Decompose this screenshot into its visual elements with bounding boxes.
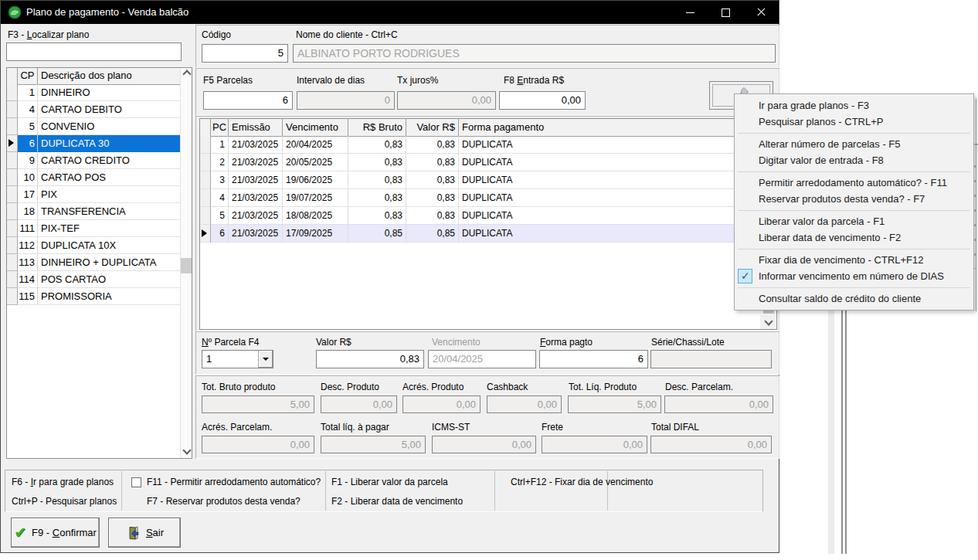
installment-row[interactable]: 4 21/03/2025 19/07/2025 0,83 0,83 DUPLIC… bbox=[200, 189, 759, 207]
bruto-cell[interactable]: 0,83 bbox=[348, 207, 406, 225]
context-menu-item[interactable]: Pesquisar planos - CTRL+P bbox=[735, 114, 973, 130]
plan-code-cell[interactable]: 10 bbox=[18, 169, 38, 186]
pc-cell[interactable]: 5 bbox=[211, 207, 229, 225]
bruto-cell[interactable]: 0,83 bbox=[348, 154, 406, 171]
pc-cell[interactable]: 2 bbox=[211, 154, 229, 171]
plan-code-cell[interactable]: 4 bbox=[18, 101, 38, 118]
column-header-vencimento[interactable]: Vencimento bbox=[283, 119, 348, 136]
plan-row[interactable]: 4 CARTAO DEBITO bbox=[7, 101, 180, 118]
scroll-down-button[interactable] bbox=[760, 315, 776, 329]
context-menu-item[interactable]: Liberar data de vencimento - F2 bbox=[735, 229, 973, 246]
valor-cell[interactable]: 0,83 bbox=[406, 171, 459, 189]
emissao-cell[interactable]: 21/03/2025 bbox=[229, 136, 283, 154]
bruto-cell[interactable]: 0,83 bbox=[348, 189, 406, 207]
plan-row[interactable]: 114 POS CARTAO bbox=[7, 271, 180, 288]
valor-cell[interactable]: 0,83 bbox=[406, 189, 459, 207]
plan-desc-cell[interactable]: DUPLICATA 30 bbox=[38, 135, 180, 152]
vencimento-cell[interactable]: 20/05/2025 bbox=[283, 154, 348, 171]
entrada-field[interactable]: 0,00 bbox=[499, 91, 586, 110]
plan-row[interactable]: 112 DUPLICATA 10X bbox=[7, 237, 180, 254]
confirm-button[interactable]: ✔ F9 - Confirmar bbox=[11, 518, 100, 548]
emissao-cell[interactable]: 21/03/2025 bbox=[229, 225, 283, 243]
plan-code-cell[interactable]: 9 bbox=[18, 152, 38, 169]
parcela-combobox[interactable]: 1 bbox=[202, 350, 273, 368]
context-menu-item[interactable]: Consultar saldo de crédito do cliente bbox=[735, 290, 973, 307]
valor-cell[interactable]: 0,83 bbox=[406, 154, 459, 171]
column-header-emissao[interactable]: Emissão bbox=[229, 119, 283, 136]
forma-cell[interactable]: DUPLICATA bbox=[459, 171, 759, 189]
close-button[interactable] bbox=[744, 1, 779, 24]
plan-desc-cell[interactable]: PROMISSORIA bbox=[38, 288, 180, 305]
installment-row[interactable]: 3 21/03/2025 19/06/2025 0,83 0,83 DUPLIC… bbox=[200, 171, 759, 189]
plan-row[interactable]: 9 CARTAO CREDITO bbox=[7, 152, 180, 169]
plan-desc-cell[interactable]: CARTAO POS bbox=[38, 169, 180, 186]
pc-cell[interactable]: 1 bbox=[211, 136, 229, 154]
forma-cell[interactable]: DUPLICATA bbox=[459, 136, 759, 154]
plan-code-cell[interactable]: 6 bbox=[18, 135, 38, 152]
plan-row[interactable]: 18 TRANSFERENCIA bbox=[7, 203, 180, 220]
context-menu-item[interactable]: Informar vencimento em número de DIAS bbox=[735, 268, 973, 284]
parcela-valor-field[interactable]: 0,83 bbox=[316, 350, 424, 368]
codigo-field[interactable]: 5 bbox=[202, 44, 288, 63]
plan-code-cell[interactable]: 115 bbox=[18, 288, 38, 305]
context-menu-item[interactable]: Permitir arredodamento automático? - F11 bbox=[735, 175, 973, 191]
installment-row[interactable]: 5 21/03/2025 18/08/2025 0,83 0,83 DUPLIC… bbox=[200, 207, 759, 225]
plan-code-cell[interactable]: 112 bbox=[18, 237, 38, 254]
installment-row[interactable]: 1 21/03/2025 20/04/2025 0,83 0,83 DUPLIC… bbox=[200, 136, 759, 154]
column-header-descricao[interactable]: Descrição dos plano bbox=[38, 68, 180, 84]
plan-code-cell[interactable]: 5 bbox=[18, 118, 38, 135]
plans-table[interactable]: CP Descrição dos plano 1 DINHEIRO 4 CART… bbox=[6, 67, 192, 459]
plan-row[interactable]: 6 DUPLICATA 30 bbox=[7, 135, 180, 152]
installments-table[interactable]: PC Emissão Vencimento R$ Bruto Valor R$ … bbox=[199, 118, 777, 330]
valor-cell[interactable]: 0,83 bbox=[406, 207, 459, 225]
bruto-cell[interactable]: 0,83 bbox=[348, 171, 406, 189]
forma-cell[interactable]: DUPLICATA bbox=[459, 154, 759, 171]
context-menu-item[interactable]: Ir para grade planos - F3 bbox=[735, 97, 973, 114]
maximize-button[interactable] bbox=[708, 1, 743, 24]
emissao-cell[interactable]: 21/03/2025 bbox=[229, 154, 283, 171]
emissao-cell[interactable]: 21/03/2025 bbox=[229, 189, 283, 207]
pc-cell[interactable]: 3 bbox=[211, 171, 229, 189]
column-header-valor[interactable]: Valor R$ bbox=[406, 119, 459, 136]
forma-cell[interactable]: DUPLICATA bbox=[459, 189, 759, 207]
plan-code-cell[interactable]: 111 bbox=[18, 220, 38, 237]
minimize-button[interactable] bbox=[673, 1, 708, 24]
valor-cell[interactable]: 0,85 bbox=[406, 225, 459, 243]
plan-desc-cell[interactable]: PIX-TEF bbox=[38, 220, 180, 237]
plan-row[interactable]: 17 PIX bbox=[7, 186, 180, 203]
plan-code-cell[interactable]: 17 bbox=[18, 186, 38, 203]
parcela-combobox-button[interactable] bbox=[258, 351, 273, 368]
plan-row[interactable]: 10 CARTAO POS bbox=[7, 169, 180, 186]
context-menu-item[interactable]: Digitar valor de entrada - F8 bbox=[735, 152, 973, 168]
plan-row[interactable]: 111 PIX-TEF bbox=[7, 220, 180, 237]
installment-row[interactable]: 6 21/03/2025 17/09/2025 0,85 0,85 DUPLIC… bbox=[200, 225, 759, 243]
column-header-forma[interactable]: Forma pagamento bbox=[459, 119, 776, 136]
plan-row[interactable]: 115 PROMISSORIA bbox=[7, 288, 180, 305]
context-menu-item[interactable]: Liberar valor da parcela - F1 bbox=[735, 213, 973, 229]
pc-cell[interactable]: 4 bbox=[211, 189, 229, 207]
parcelas-field[interactable]: 6 bbox=[203, 91, 293, 110]
vencimento-cell[interactable]: 18/08/2025 bbox=[283, 207, 348, 225]
titlebar[interactable]: Plano de pagamento - Venda balcão bbox=[1, 1, 779, 24]
forma-cell[interactable]: DUPLICATA bbox=[459, 207, 759, 225]
plan-desc-cell[interactable]: TRANSFERENCIA bbox=[38, 203, 180, 220]
bruto-cell[interactable]: 0,83 bbox=[348, 136, 406, 154]
column-header-cp[interactable]: CP bbox=[18, 68, 38, 84]
vencimento-cell[interactable]: 17/09/2025 bbox=[283, 225, 348, 243]
exit-button[interactable]: Sair bbox=[108, 518, 181, 548]
plan-desc-cell[interactable]: DINHEIRO + DUPLICATA bbox=[38, 254, 180, 271]
plan-code-cell[interactable]: 18 bbox=[18, 203, 38, 220]
column-header-pc[interactable]: PC bbox=[211, 119, 229, 136]
context-menu-item[interactable]: Alterar número de parcelas - F5 bbox=[735, 136, 973, 152]
context-menu-item[interactable]: Fixar dia de vencimento - CTRL+F12 bbox=[735, 252, 973, 268]
plan-desc-cell[interactable]: CARTAO CREDITO bbox=[38, 152, 180, 169]
emissao-cell[interactable]: 21/03/2025 bbox=[229, 207, 283, 225]
scroll-up-icon[interactable] bbox=[184, 71, 190, 77]
column-header-bruto[interactable]: R$ Bruto bbox=[348, 119, 406, 136]
plan-desc-cell[interactable]: DINHEIRO bbox=[38, 84, 180, 101]
plan-desc-cell[interactable]: CARTAO DEBITO bbox=[38, 101, 180, 118]
plans-scrollbar[interactable] bbox=[180, 68, 192, 458]
scroll-down-icon[interactable] bbox=[184, 447, 190, 453]
valor-cell[interactable]: 0,83 bbox=[406, 136, 459, 154]
plan-search-input[interactable] bbox=[6, 42, 182, 61]
